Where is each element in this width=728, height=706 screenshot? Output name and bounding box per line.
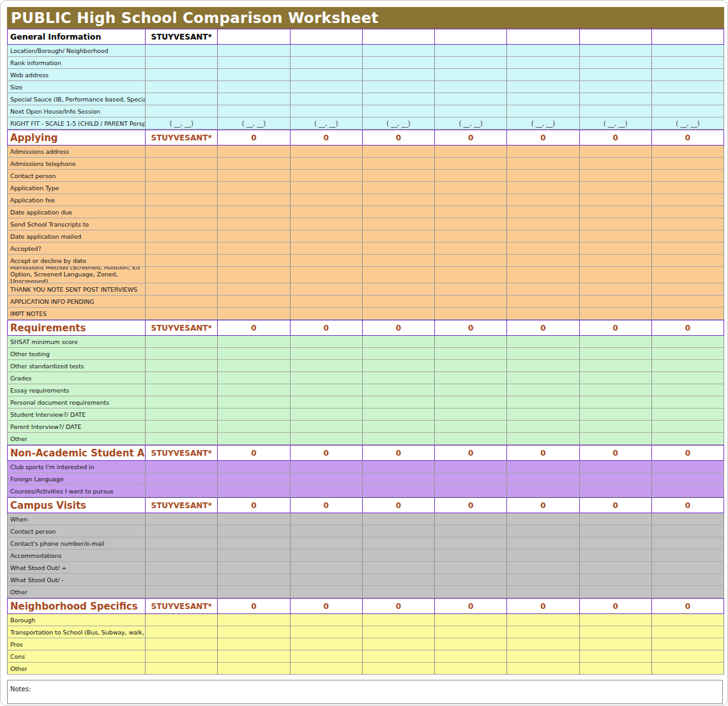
school-name-header[interactable]: STUYVESANT* <box>146 130 218 145</box>
worksheet-cell[interactable] <box>146 218 218 230</box>
worksheet-cell[interactable] <box>652 433 724 444</box>
worksheet-cell[interactable] <box>146 562 218 573</box>
worksheet-cell[interactable] <box>435 638 507 650</box>
school-column-header[interactable]: 0 <box>218 320 290 335</box>
worksheet-cell[interactable] <box>363 81 435 93</box>
worksheet-cell[interactable] <box>652 384 724 396</box>
worksheet-cell[interactable] <box>218 473 290 484</box>
worksheet-cell[interactable] <box>146 421 218 432</box>
worksheet-cell[interactable] <box>435 421 507 432</box>
worksheet-cell[interactable] <box>218 626 290 638</box>
worksheet-cell[interactable] <box>363 461 435 472</box>
worksheet-cell[interactable] <box>652 296 724 307</box>
worksheet-cell[interactable] <box>580 255 652 266</box>
worksheet-cell[interactable] <box>507 255 579 266</box>
worksheet-cell[interactable] <box>146 105 218 117</box>
worksheet-cell[interactable]: ( __, __) <box>507 117 579 129</box>
worksheet-cell[interactable] <box>652 626 724 638</box>
worksheet-cell[interactable] <box>291 562 363 573</box>
school-column-header[interactable] <box>652 29 724 44</box>
worksheet-cell[interactable] <box>435 45 507 56</box>
worksheet-cell[interactable] <box>218 574 290 585</box>
worksheet-cell[interactable] <box>580 433 652 444</box>
worksheet-cell[interactable] <box>146 461 218 472</box>
worksheet-cell[interactable] <box>218 182 290 193</box>
worksheet-cell[interactable] <box>580 473 652 484</box>
worksheet-cell[interactable] <box>363 348 435 359</box>
worksheet-cell[interactable] <box>507 267 579 283</box>
school-column-header[interactable]: 0 <box>435 446 507 460</box>
worksheet-cell[interactable] <box>507 69 579 80</box>
worksheet-cell[interactable] <box>363 473 435 484</box>
worksheet-cell[interactable] <box>580 409 652 420</box>
school-column-header[interactable] <box>291 29 363 44</box>
worksheet-cell[interactable] <box>435 267 507 283</box>
worksheet-cell[interactable] <box>507 146 579 157</box>
worksheet-cell[interactable] <box>435 255 507 266</box>
worksheet-cell[interactable] <box>580 372 652 384</box>
worksheet-cell[interactable] <box>291 308 363 319</box>
worksheet-cell[interactable] <box>218 69 290 80</box>
worksheet-cell[interactable] <box>291 93 363 105</box>
worksheet-cell[interactable] <box>435 663 507 674</box>
worksheet-cell[interactable]: ( __, __) <box>146 117 218 129</box>
worksheet-cell[interactable] <box>363 296 435 307</box>
worksheet-cell[interactable] <box>363 146 435 157</box>
worksheet-cell[interactable] <box>291 638 363 650</box>
worksheet-cell[interactable] <box>218 308 290 319</box>
school-column-header[interactable] <box>218 29 290 44</box>
worksheet-cell[interactable] <box>652 267 724 283</box>
worksheet-cell[interactable] <box>218 283 290 295</box>
worksheet-cell[interactable] <box>146 537 218 549</box>
worksheet-cell[interactable] <box>218 396 290 408</box>
school-column-header[interactable]: 0 <box>363 498 435 513</box>
worksheet-cell[interactable] <box>435 158 507 169</box>
worksheet-cell[interactable] <box>580 218 652 230</box>
worksheet-cell[interactable] <box>146 663 218 674</box>
worksheet-cell[interactable] <box>435 218 507 230</box>
worksheet-cell[interactable] <box>291 537 363 549</box>
worksheet-cell[interactable] <box>652 170 724 181</box>
worksheet-cell[interactable] <box>146 586 218 597</box>
worksheet-cell[interactable] <box>435 336 507 347</box>
worksheet-cell[interactable] <box>291 81 363 93</box>
worksheet-cell[interactable] <box>363 206 435 218</box>
worksheet-cell[interactable] <box>291 283 363 295</box>
worksheet-cell[interactable] <box>218 409 290 420</box>
worksheet-cell[interactable] <box>652 409 724 420</box>
worksheet-cell[interactable] <box>652 550 724 561</box>
worksheet-cell[interactable] <box>363 182 435 193</box>
worksheet-cell[interactable] <box>507 57 579 68</box>
worksheet-cell[interactable] <box>652 638 724 650</box>
worksheet-cell[interactable] <box>363 513 435 525</box>
school-name-header[interactable]: STUYVESANT* <box>146 599 218 613</box>
worksheet-cell[interactable] <box>146 384 218 396</box>
worksheet-cell[interactable] <box>580 421 652 432</box>
worksheet-cell[interactable] <box>291 194 363 206</box>
worksheet-cell[interactable] <box>363 308 435 319</box>
worksheet-cell[interactable] <box>507 158 579 169</box>
worksheet-cell[interactable] <box>507 513 579 525</box>
worksheet-cell[interactable] <box>435 243 507 254</box>
worksheet-cell[interactable] <box>363 650 435 662</box>
worksheet-cell[interactable] <box>363 626 435 638</box>
worksheet-cell[interactable] <box>291 336 363 347</box>
worksheet-cell[interactable] <box>435 461 507 472</box>
worksheet-cell[interactable] <box>435 384 507 396</box>
school-column-header[interactable] <box>507 29 579 44</box>
worksheet-cell[interactable] <box>146 255 218 266</box>
worksheet-cell[interactable] <box>580 45 652 56</box>
worksheet-cell[interactable] <box>580 69 652 80</box>
worksheet-cell[interactable] <box>146 638 218 650</box>
worksheet-cell[interactable] <box>291 170 363 181</box>
worksheet-cell[interactable] <box>146 372 218 384</box>
worksheet-cell[interactable] <box>507 638 579 650</box>
worksheet-cell[interactable] <box>435 626 507 638</box>
worksheet-cell[interactable] <box>291 626 363 638</box>
worksheet-cell[interactable] <box>652 396 724 408</box>
worksheet-cell[interactable] <box>652 574 724 585</box>
school-column-header[interactable]: 0 <box>507 320 579 335</box>
worksheet-cell[interactable] <box>146 283 218 295</box>
worksheet-cell[interactable] <box>146 336 218 347</box>
worksheet-cell[interactable] <box>218 81 290 93</box>
